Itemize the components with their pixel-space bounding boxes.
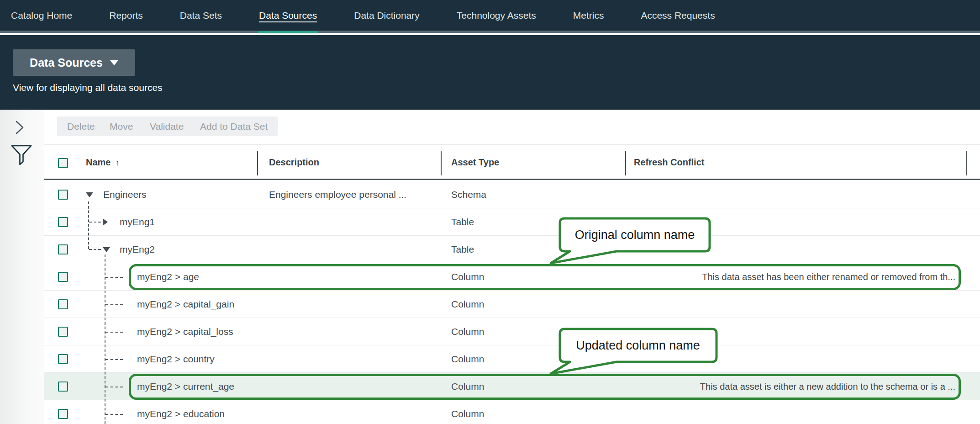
asset-type: Column bbox=[451, 271, 484, 282]
asset-type: Column bbox=[451, 381, 484, 392]
tree-connector bbox=[105, 304, 123, 305]
filter-funnel-icon bbox=[10, 144, 33, 166]
nav-item-reports[interactable]: Reports bbox=[109, 10, 143, 21]
nav-item-data-sets[interactable]: Data Sets bbox=[180, 10, 222, 21]
table-row-country[interactable]: myEng2 > country Column bbox=[44, 345, 980, 373]
column-header-name[interactable]: Name↑ bbox=[86, 157, 119, 167]
tree-connector bbox=[105, 387, 123, 387]
asset-type: Table bbox=[451, 244, 474, 255]
row-checkbox[interactable] bbox=[58, 354, 68, 364]
asset-type: Schema bbox=[451, 189, 486, 200]
tree-connector bbox=[88, 201, 89, 249]
asset-name[interactable]: myEng2 > capital_loss bbox=[137, 326, 233, 337]
column-header-refresh-conflict[interactable]: Refresh Conflict bbox=[634, 157, 704, 167]
asset-name[interactable]: myEng2 > current_age bbox=[137, 381, 234, 392]
tree-connector bbox=[105, 359, 123, 360]
table-row-myeng2[interactable]: myEng2 Table bbox=[44, 236, 980, 263]
expand-panel-button[interactable] bbox=[14, 120, 26, 135]
nav-item-data-dictionary[interactable]: Data Dictionary bbox=[354, 10, 420, 21]
add-to-data-set-button[interactable]: Add to Data Set bbox=[190, 117, 278, 136]
collapse-caret-icon[interactable] bbox=[103, 247, 110, 252]
refresh-conflict-message: This data asset is either a new addition… bbox=[700, 381, 955, 392]
asset-type: Column bbox=[451, 299, 484, 310]
filter-button[interactable] bbox=[10, 144, 33, 166]
nav-item-technology-assets[interactable]: Technology Assets bbox=[457, 10, 536, 21]
table-row-education[interactable]: myEng2 > education Column bbox=[44, 400, 980, 424]
row-checkbox[interactable] bbox=[58, 327, 68, 337]
table-row-current-age[interactable]: myEng2 > current_age Column This data as… bbox=[44, 373, 980, 400]
asset-name[interactable]: Engineers bbox=[103, 189, 147, 200]
expand-caret-icon[interactable] bbox=[103, 218, 108, 226]
validate-button[interactable]: Validate bbox=[140, 117, 194, 136]
chevron-right-icon bbox=[14, 120, 26, 135]
table-row-age[interactable]: myEng2 > age Column This data asset has … bbox=[44, 263, 980, 291]
asset-description: Engineers employee personal ... bbox=[269, 189, 406, 200]
view-description: View for displaying all data sources bbox=[13, 82, 163, 93]
tree-connector bbox=[89, 249, 101, 250]
tree-connector bbox=[105, 254, 105, 424]
row-checkbox[interactable] bbox=[58, 382, 68, 392]
row-checkbox[interactable] bbox=[58, 299, 68, 309]
column-divider[interactable] bbox=[625, 151, 626, 175]
asset-name[interactable]: myEng2 > age bbox=[137, 271, 199, 282]
asset-type: Column bbox=[451, 354, 484, 365]
refresh-conflict-message: This data asset has been either renamed … bbox=[702, 271, 955, 282]
nav-item-access-requests[interactable]: Access Requests bbox=[641, 10, 715, 21]
asset-type: Column bbox=[451, 326, 484, 337]
asset-name[interactable]: myEng2 > education bbox=[137, 408, 225, 419]
column-divider[interactable] bbox=[966, 151, 967, 175]
row-checkbox[interactable] bbox=[58, 272, 68, 282]
row-checkbox[interactable] bbox=[58, 217, 68, 227]
asset-type: Table bbox=[451, 217, 474, 228]
nav-item-data-sources[interactable]: Data Sources bbox=[259, 10, 317, 21]
app-window: Catalog Home Reports Data Sets Data Sour… bbox=[0, 0, 980, 424]
page-header: Data Sources View for displaying all dat… bbox=[0, 35, 980, 110]
left-rail bbox=[0, 110, 44, 424]
sort-ascending-icon: ↑ bbox=[115, 158, 119, 167]
table-row-capital-gain[interactable]: myEng2 > capital_gain Column bbox=[44, 291, 980, 318]
nav-item-catalog-home[interactable]: Catalog Home bbox=[11, 10, 72, 21]
select-all-checkbox[interactable] bbox=[58, 158, 68, 168]
view-selector-button[interactable]: Data Sources bbox=[13, 49, 135, 76]
chevron-down-icon bbox=[110, 60, 118, 65]
table-header-rule bbox=[44, 179, 980, 180]
tree-connector bbox=[89, 222, 101, 223]
column-divider[interactable] bbox=[257, 151, 258, 175]
nav-item-metrics[interactable]: Metrics bbox=[573, 10, 604, 21]
collapse-caret-icon[interactable] bbox=[86, 192, 93, 197]
top-nav: Catalog Home Reports Data Sets Data Sour… bbox=[0, 0, 980, 33]
asset-name[interactable]: myEng2 > country bbox=[137, 354, 215, 365]
column-header-name-label: Name bbox=[86, 157, 111, 167]
table-row-myeng1[interactable]: myEng1 Table bbox=[44, 208, 980, 236]
column-header-description[interactable]: Description bbox=[269, 157, 319, 167]
asset-name[interactable]: myEng1 bbox=[120, 217, 155, 228]
table-header-row: Name↑ Description Asset Type Refresh Con… bbox=[44, 144, 980, 179]
move-button[interactable]: Move bbox=[100, 117, 143, 136]
tree-connector bbox=[105, 277, 123, 278]
asset-name[interactable]: myEng2 > capital_gain bbox=[137, 299, 234, 310]
row-checkbox[interactable] bbox=[58, 409, 68, 419]
view-selector-label: Data Sources bbox=[30, 56, 103, 69]
asset-type: Column bbox=[451, 408, 484, 419]
row-checkbox[interactable] bbox=[58, 190, 68, 200]
delete-button[interactable]: Delete bbox=[57, 117, 105, 136]
row-checkbox[interactable] bbox=[58, 244, 68, 254]
tree-connector bbox=[105, 332, 123, 333]
tree-connector bbox=[105, 414, 123, 415]
table-row-capital-loss[interactable]: myEng2 > capital_loss Column bbox=[44, 318, 980, 345]
table-row-engineers[interactable]: Engineers Engineers employee personal ..… bbox=[44, 181, 980, 208]
asset-name[interactable]: myEng2 bbox=[120, 244, 155, 255]
column-divider[interactable] bbox=[441, 151, 442, 175]
column-header-asset-type[interactable]: Asset Type bbox=[451, 157, 499, 167]
